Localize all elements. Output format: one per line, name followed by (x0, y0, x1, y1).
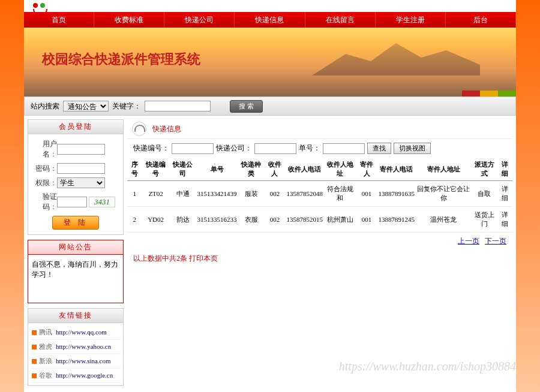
cell: 315133516233 (196, 207, 238, 233)
cell: 1 (127, 181, 142, 207)
th: 序号 (127, 158, 142, 181)
content-area: 快递信息 快递编号： 快递公司： 单号： 查找 切换视图 序号 快递编号 快递公… (127, 119, 512, 386)
th: 收件人电话 (285, 158, 324, 181)
password-label: 密码： (32, 164, 57, 174)
login-button[interactable]: 登 陆 (52, 216, 98, 230)
filter-code-input[interactable] (172, 143, 214, 154)
cell[interactable]: 详细 (497, 207, 512, 233)
role-label: 权限： (32, 178, 57, 188)
notice-title: 网站公告 (28, 240, 123, 255)
cell: 2 (127, 207, 142, 233)
th: 收件人地址 (324, 158, 356, 181)
bullet-icon (32, 373, 37, 378)
password-input[interactable] (57, 163, 105, 174)
filter-tracking-label: 单号： (299, 143, 320, 153)
filter-code-label: 快递编号： (133, 143, 169, 153)
th: 快递种类 (238, 158, 265, 181)
th: 派送方式 (471, 158, 497, 181)
cell: 自取 (471, 181, 497, 207)
nav-register[interactable]: 学生注册 (376, 12, 446, 28)
login-panel-title: 会员登陆 (28, 120, 123, 134)
headset-icon (132, 122, 146, 136)
captcha-label: 验证码： (32, 192, 57, 212)
page-prev[interactable]: 上一页 (458, 237, 479, 245)
page-next[interactable]: 下一页 (485, 237, 506, 245)
th: 单号 (196, 158, 238, 181)
link-item[interactable]: 腾讯http://www.qq.com (31, 325, 121, 340)
banner-title: 校园综合快递派件管理系统 (42, 50, 200, 68)
main-nav: 首页 收费标准 快递公司 快递信息 在线留言 学生注册 后台 (24, 12, 516, 28)
bullet-icon (32, 345, 37, 349)
cell: 中通 (170, 181, 196, 207)
th: 寄件人电话 (377, 158, 416, 181)
search-button[interactable]: 搜 索 (230, 100, 263, 113)
cell: 001 (356, 181, 377, 207)
filter-company-input[interactable] (254, 143, 296, 154)
links-title: 友情链接 (28, 309, 123, 323)
th: 快递公司 (170, 158, 196, 181)
cell: ZT02 (142, 181, 170, 207)
cell: 13887891635 (377, 181, 416, 207)
table-row: 2YD02韵达315133516233衣服00213587852015杭州萧山0… (127, 207, 512, 233)
cell: 13587852015 (285, 207, 324, 233)
bullet-icon (32, 330, 37, 335)
search-bar: 站内搜索 通知公告 关键字： 搜 索 (24, 97, 516, 116)
th: 寄件人地址 (416, 158, 471, 181)
filter-search-button[interactable]: 查找 (367, 143, 391, 154)
filter-toggle-button[interactable]: 切换视图 (394, 143, 431, 154)
cell: 13587852048 (285, 181, 324, 207)
cell: 衣服 (238, 207, 265, 233)
keyword-label: 关键字： (112, 101, 141, 111)
nav-message[interactable]: 在线留言 (305, 12, 376, 28)
link-item[interactable]: 谷歌http://www.google.cn (31, 369, 121, 383)
role-select[interactable]: 学生 (57, 177, 105, 188)
notice-panel: 网站公告 自强不息，海纳百川，努力学习！ (28, 240, 124, 303)
cell[interactable]: 详细 (497, 181, 512, 207)
th: 寄件人 (356, 158, 377, 181)
cell: 温州苍龙 (416, 207, 471, 233)
cell: 杭州萧山 (324, 207, 356, 233)
nav-fee[interactable]: 收费标准 (94, 12, 164, 28)
nav-express[interactable]: 快递信息 (235, 12, 305, 28)
cell: 315133421439 (196, 181, 238, 207)
th: 详细 (497, 158, 512, 181)
filter-tracking-input[interactable] (323, 143, 365, 154)
username-input[interactable] (57, 144, 105, 155)
cell: 002 (265, 207, 286, 233)
nav-admin[interactable]: 后台 (446, 12, 516, 28)
logo (33, 1, 47, 16)
express-table: 序号 快递编号 快递公司 单号 快递种类 收件人 收件人电话 收件人地址 寄件人… (127, 158, 512, 233)
filter-row: 快递编号： 快递公司： 单号： 查找 切换视图 (127, 139, 512, 158)
search-category-select[interactable]: 通知公告 (63, 101, 109, 111)
cell: 韵达 (170, 207, 196, 233)
cell: YD02 (142, 207, 170, 233)
filter-company-label: 快递公司： (216, 143, 252, 153)
links-panel: 友情链接 腾讯http://www.qq.com 雅虎http://www.ya… (28, 308, 124, 386)
link-item[interactable]: 新浪http://www.sina.com (31, 354, 121, 369)
banner: 校园综合快递派件管理系统 (24, 28, 516, 97)
th: 收件人 (265, 158, 286, 181)
captcha-input[interactable] (57, 197, 87, 207)
link-item[interactable]: 雅虎http://www.yahoo.cn (31, 340, 121, 354)
pager: 上一页 下一页 (127, 233, 512, 250)
content-title: 快递信息 (152, 124, 181, 134)
login-panel: 会员登陆 用户名： 密码： 权限：学生 验证码：3431 登 陆 (28, 119, 124, 235)
cell: 回复你不让它会让你 (416, 181, 471, 207)
banner-mountain (312, 40, 480, 76)
notice-content: 自强不息，海纳百川，努力学习！ (28, 255, 123, 303)
table-row: 1ZT02中通315133421439服装00213587852048符合法规和… (127, 181, 512, 207)
header-bar (24, 0, 516, 12)
username-label: 用户名： (32, 139, 57, 159)
cell: 002 (265, 181, 286, 207)
bullet-icon (32, 359, 37, 364)
cell: 服装 (238, 181, 265, 207)
nav-company[interactable]: 快递公司 (164, 12, 235, 28)
cell: 001 (356, 207, 377, 233)
cell: 13887891245 (377, 207, 416, 233)
cell: 符合法规和 (324, 181, 356, 207)
captcha-image[interactable]: 3431 (89, 197, 115, 207)
banner-blocks (444, 91, 516, 97)
cell: 送货上门 (471, 207, 497, 233)
th: 快递编号 (142, 158, 170, 181)
search-input[interactable] (145, 101, 211, 111)
